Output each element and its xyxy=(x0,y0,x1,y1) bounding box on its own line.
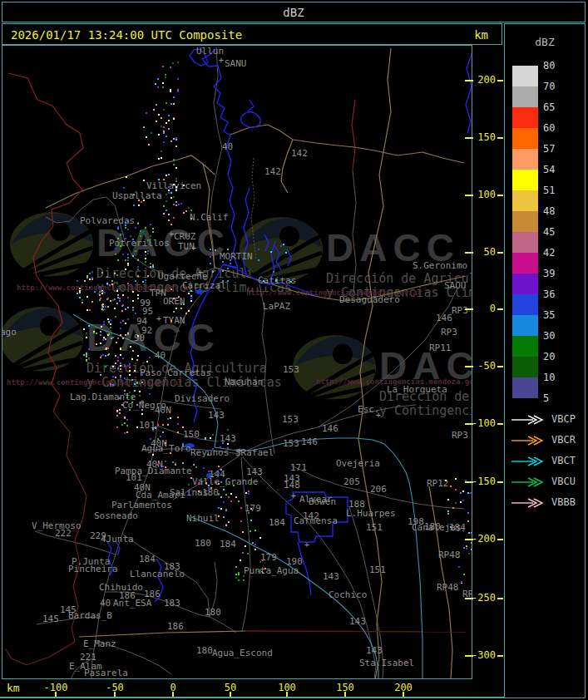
y-axis-label: -100 xyxy=(471,418,496,429)
map-place-label: Carrizal xyxy=(182,280,226,291)
y-axis-label: 0 xyxy=(471,303,496,314)
map-place-label: TYAN xyxy=(163,315,185,326)
map-place-label: 186 xyxy=(167,621,184,632)
scale-color-box xyxy=(512,128,538,149)
scale-color-box xyxy=(512,357,538,377)
scale-color-box xyxy=(512,315,538,336)
map-place-label: Parlamentos xyxy=(111,500,172,510)
map-place-label: RP3 xyxy=(441,327,457,338)
map-place-label: 151 xyxy=(366,522,383,533)
scale-value-label: 45 xyxy=(543,226,571,238)
map-place-label: ago xyxy=(2,327,17,338)
map-place-label: 151 xyxy=(369,564,386,575)
scale-color-box xyxy=(512,274,538,294)
station-marker: + xyxy=(304,540,309,550)
scale-color-box xyxy=(512,294,538,315)
scale-value-label: 65 xyxy=(543,101,571,113)
map-place-label: Ant_ESA xyxy=(113,598,152,609)
map-place-label: 180 xyxy=(424,521,441,532)
scale-value-label: 42 xyxy=(543,247,571,259)
vector-legend-row: VBCP xyxy=(511,413,586,426)
map-place-label: Nihuil xyxy=(186,513,220,524)
vector-arrow-icon xyxy=(511,477,544,487)
map-place-label: 143 xyxy=(349,616,366,627)
map-place-label: Paso_Carretas xyxy=(140,367,211,378)
station-marker: + xyxy=(376,411,381,420)
station-marker: + xyxy=(169,229,174,239)
map-place-label: Bowen xyxy=(309,496,336,507)
map-place-label: 180 xyxy=(202,487,219,498)
map-place-label: 150 xyxy=(183,429,200,440)
scale-value-label: 39 xyxy=(543,268,571,279)
bottom-border xyxy=(0,697,504,698)
station-marker: + xyxy=(198,268,203,277)
map-place-label: 183 xyxy=(164,561,180,572)
map-place-label: Punta_Agua xyxy=(244,565,299,576)
scale-value-label: 51 xyxy=(543,185,571,196)
map-place-label: E_Manz xyxy=(83,638,116,649)
map-place-label: RP48 xyxy=(438,550,461,560)
map-place-label: 143 xyxy=(323,571,339,582)
map-place-label: 153 xyxy=(283,364,299,375)
map-place-label: LaPAZ xyxy=(263,301,290,312)
map-place-label: Agua_Escond xyxy=(212,648,273,658)
map-place-label: 180 xyxy=(195,538,211,549)
map-place-label: RP3 xyxy=(452,430,468,441)
map-place-label: Bardas_B xyxy=(68,610,112,621)
map-place-label: 40 xyxy=(222,141,233,152)
scale-value-label: 5 xyxy=(543,392,571,404)
map-place-label: Pampa_Diamante xyxy=(115,466,192,476)
map-place-label: 142 xyxy=(291,148,308,159)
map-place-label: S.Geronimo xyxy=(413,260,467,271)
map-place-label: 171 xyxy=(290,462,307,473)
x-axis-unit-label: km xyxy=(7,682,20,694)
map-place-label: RP12 xyxy=(427,478,449,489)
map-place-label: N.Calif xyxy=(190,212,228,223)
map-place-label: Reyunos xyxy=(190,447,229,458)
station-marker: + xyxy=(237,446,242,456)
station-marker: + xyxy=(191,244,196,253)
map-place-label: 179 xyxy=(245,503,261,514)
radar-composite-screen: dBZ 2026/01/17 13:24:00 UTC Composite km xyxy=(0,0,588,700)
vector-arrow-icon xyxy=(511,415,544,425)
scale-value-label: 80 xyxy=(543,60,571,71)
vector-label: VBCP xyxy=(551,413,586,425)
scale-color-box xyxy=(512,66,538,86)
map-place-label: Polvaredas xyxy=(80,215,135,226)
scale-color-box xyxy=(512,190,538,211)
scale-color-box xyxy=(512,253,538,274)
scale-color-box xyxy=(512,107,538,128)
vector-legend-row: VBCR xyxy=(511,434,586,447)
title-bar: dBZ xyxy=(2,2,586,22)
y-axis-label: 50 xyxy=(471,247,496,258)
vector-label: VBCR xyxy=(551,434,586,446)
map-place-label: La_Horqueta xyxy=(387,384,447,395)
svg-text:http://www.contingencias.mendo: http://www.contingencias.mendoza.gov.ar xyxy=(7,378,183,387)
vector-label: VBCT xyxy=(551,455,586,466)
vector-arrow-icon xyxy=(511,456,544,466)
map-place-label: 146 xyxy=(436,313,452,323)
map-place-label: 184 xyxy=(220,539,236,550)
map-place-label: 145 xyxy=(42,614,59,624)
station-marker: * xyxy=(140,399,145,408)
scale-color-box xyxy=(512,336,538,357)
vector-arrow-icon xyxy=(511,436,544,446)
map-place-label: 222 xyxy=(55,528,72,539)
scale-value-label: 70 xyxy=(543,81,571,92)
vector-legend-row: VBCU xyxy=(511,476,586,489)
y-axis-label: -300 xyxy=(471,650,496,661)
station-marker: + xyxy=(219,56,224,65)
scale-value-label: 57 xyxy=(543,143,571,155)
legend-title: dBZ xyxy=(505,36,585,48)
map-place-label: Carmensa xyxy=(294,515,338,526)
map-place-label: 180 xyxy=(205,607,221,618)
map-place-label: 143 xyxy=(366,645,383,656)
map-place-label: SAOU xyxy=(444,280,467,291)
map-place-label: 179 xyxy=(260,552,277,563)
vector-legend-row: VBBB xyxy=(511,496,586,510)
map-place-label: Pincheira xyxy=(68,564,118,574)
timestamp-label: 2026/01/17 13:24:00 UTC Composite xyxy=(11,28,242,42)
y-axis-label: 150 xyxy=(471,132,496,143)
vector-legend-row: VBCT xyxy=(511,455,586,468)
map-place-label: SANU xyxy=(225,58,247,69)
